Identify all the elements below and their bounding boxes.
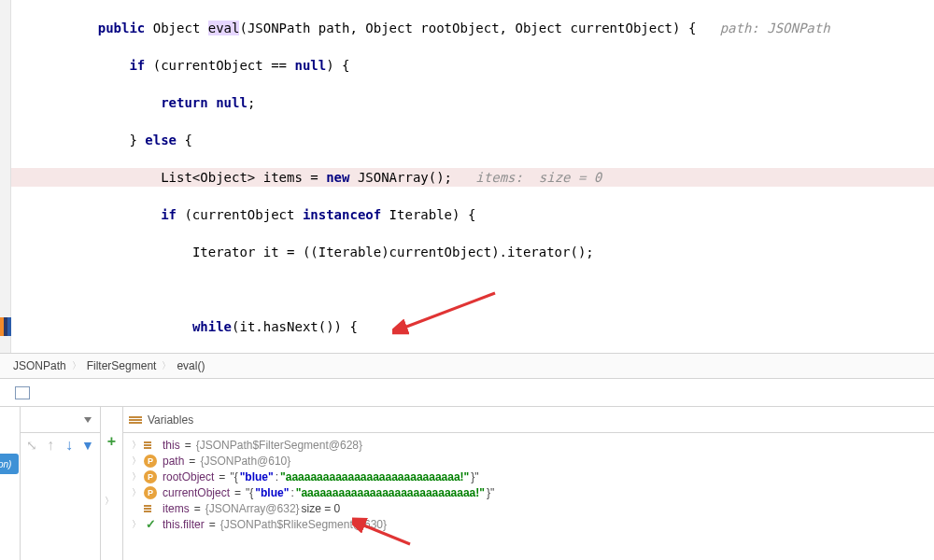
arrow-up-icon[interactable]: ↑: [43, 438, 58, 453]
chevron-right-icon[interactable]: 〉: [131, 486, 142, 499]
kw-public: public: [98, 21, 146, 35]
execution-gutter-marker: [0, 317, 11, 336]
variable-row-this[interactable]: 〉 this = {JSONPath$FilterSegment@628}: [123, 437, 934, 453]
parameter-icon: P: [144, 455, 157, 468]
code-editor[interactable]: public Object eval(JSONPath path, Object…: [0, 0, 934, 353]
breadcrumb-item[interactable]: JSONPath: [13, 359, 66, 372]
breadcrumb-item[interactable]: FilterSegment: [87, 359, 157, 372]
breadcrumb-item[interactable]: eval(): [177, 359, 205, 372]
chevron-right-icon[interactable]: 〉: [131, 470, 142, 483]
dropdown-icon[interactable]: [80, 413, 95, 427]
thread-tab[interactable]: on): [0, 454, 19, 474]
chevron-right-icon[interactable]: 〉: [131, 439, 142, 452]
debug-toolbar: ⤡ ↑ ↓ ▼: [21, 407, 101, 560]
inline-hint: path: JSONPath: [720, 21, 830, 35]
code-body: public Object eval(JSONPath path, Object…: [0, 0, 934, 353]
debug-add-col: + 〉: [101, 407, 123, 560]
add-watch-icon[interactable]: +: [106, 435, 119, 448]
inline-hint: items: size = 0: [475, 170, 601, 185]
object-icon: [144, 502, 157, 515]
chevron-right-icon[interactable]: 〉: [131, 518, 142, 531]
restore-layout-icon[interactable]: [17, 388, 30, 399]
chevron-right-icon: 〉: [162, 359, 171, 372]
variables-header: Variables: [123, 407, 934, 433]
variables-list[interactable]: 〉 this = {JSONPath$FilterSegment@628} 〉 …: [123, 433, 934, 532]
collapse-icon[interactable]: ⤡: [24, 438, 39, 453]
variables-panel: Variables 〉 this = {JSONPath$FilterSegme…: [123, 407, 934, 560]
debug-sidebar: on): [0, 407, 21, 560]
variable-row-path[interactable]: 〉 P path = {JSONPath@610}: [123, 453, 934, 469]
parameter-icon: P: [144, 486, 157, 499]
parameter-icon: P: [144, 470, 157, 483]
tool-strip: [0, 379, 934, 407]
variable-row-thisfilter[interactable]: 〉 ✓ this.filter = {JSONPath$RlikeSegment…: [123, 516, 934, 532]
variable-row-rootobject[interactable]: 〉 P rootObject = "{"blue":"aaaaaaaaaaaaa…: [123, 469, 934, 484]
variable-row-currentobject[interactable]: 〉 P currentObject = "{"blue":"aaaaaaaaaa…: [123, 484, 934, 500]
method-name: eval: [208, 21, 240, 35]
variables-title: Variables: [148, 413, 193, 427]
variable-row-items[interactable]: 〉 items = {JSONArray@632} size = 0: [123, 500, 934, 516]
arrow-down-icon[interactable]: ↓: [62, 438, 77, 453]
filter-icon[interactable]: ▼: [80, 438, 95, 453]
chevron-right-icon[interactable]: 〉: [131, 455, 142, 468]
debug-panel: on) ⤡ ↑ ↓ ▼ + 〉 Variables 〉 this = {JSON…: [0, 407, 934, 560]
object-icon: [144, 439, 157, 452]
variables-icon: [129, 416, 142, 424]
chevron-right-icon: 〉: [72, 359, 81, 372]
breadcrumb[interactable]: JSONPath 〉 FilterSegment 〉 eval(): [0, 353, 934, 379]
chevron-right-icon[interactable]: 〉: [105, 495, 122, 508]
field-icon: ✓: [144, 518, 157, 531]
